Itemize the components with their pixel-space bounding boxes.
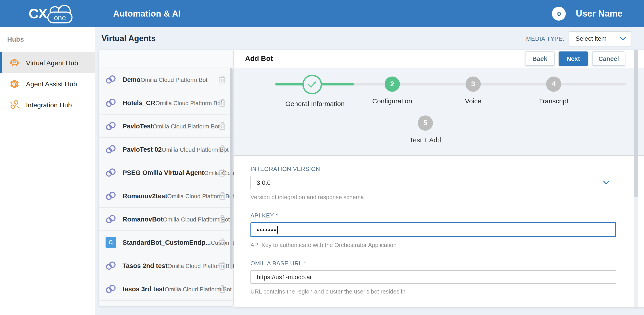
delete-bot-icon[interactable] [219, 98, 226, 107]
bot-list-item[interactable]: tasos 3rd testOmilia Cloud Platform Bot [99, 277, 233, 301]
bot-list-header [99, 50, 233, 68]
wizard-scrollbar-thumb[interactable] [634, 50, 638, 197]
delete-bot-icon[interactable] [219, 215, 226, 223]
step-test-add[interactable]: 5 Test + Add [398, 115, 452, 144]
step-transcript[interactable]: 4 Transcript [527, 77, 580, 105]
delete-bot-icon[interactable] [219, 261, 226, 270]
bot-list-item[interactable]: Romanov2testOmilia Cloud Platform Bot [99, 184, 233, 208]
api-key-helper: API Key to authenticate with the Orchest… [250, 242, 644, 248]
app-title: Automation & AI [113, 9, 181, 19]
agent-assist-hub-icon [9, 79, 20, 89]
delete-bot-icon[interactable] [219, 284, 226, 293]
bot-name: PSEG Omilia Virtual Agent [122, 169, 204, 176]
virtual-agent-hub-icon [9, 58, 20, 68]
omilia-cloud-icon [105, 259, 117, 272]
omilia-base-url-value: https://us1-m.ocp.ai [257, 273, 311, 280]
bot-list-item[interactable]: C StandardBot_CustomEndp...Custom Exchan… [99, 231, 233, 254]
cxone-logo-cloud-icon: one [44, 4, 76, 24]
delete-bot-icon[interactable] [219, 238, 226, 246]
custom-endpoint-icon: C [105, 236, 117, 248]
add-bot-panel: Add Bot Back Next Cancel General Informa… [234, 50, 644, 307]
bot-list-item[interactable]: Hotels_CROmilia Cloud Platform Bot [99, 91, 233, 115]
wizard-title: Add Bot [245, 55, 273, 63]
bot-type: Omilia Cloud Platform Bot [153, 123, 220, 130]
wizard-stepper: General Information 2 Configuration 3 Vo… [234, 68, 644, 156]
text-cursor [277, 226, 278, 234]
back-button[interactable]: Back [525, 52, 554, 66]
delete-bot-icon[interactable] [219, 145, 226, 153]
step-label: Test + Add [398, 136, 452, 144]
step-label: General Information [285, 100, 339, 107]
omilia-cloud-icon [105, 190, 117, 202]
sidebar: Hubs Virtual Agent Hub [0, 27, 95, 315]
bot-list-scrollbar[interactable] [230, 68, 232, 269]
api-key-masked-value: ••••••• [257, 226, 277, 233]
integration-version-select[interactable]: 3.0.0 [250, 176, 616, 189]
bot-list-item[interactable]: RomanovBotOmilia Cloud Platform Bot [99, 208, 233, 231]
chevron-down-icon [620, 37, 626, 41]
omilia-base-url-label: OMILIA BASE URL * [250, 260, 644, 267]
media-type-value: Select item [576, 35, 607, 42]
bot-name: PavloTest [122, 122, 153, 130]
sidebar-item-agent-assist-hub[interactable]: Agent Assist Hub [0, 73, 95, 94]
omilia-cloud-icon [105, 97, 117, 109]
sidebar-item-virtual-agent-hub[interactable]: Virtual Agent Hub [0, 52, 95, 73]
sidebar-section-label: Hubs [0, 27, 95, 43]
omilia-base-url-input[interactable]: https://us1-m.ocp.ai [250, 270, 616, 284]
omilia-cloud-icon [105, 283, 117, 295]
sidebar-item-label: Agent Assist Hub [26, 80, 77, 88]
step-configuration[interactable]: 2 Configuration [366, 77, 419, 105]
top-header: CX one Automation & AI 0 User Name [0, 0, 644, 27]
step-check-icon [302, 75, 322, 94]
step-label: Configuration [366, 97, 419, 105]
media-type-label: MEDIA TYPE: [526, 35, 564, 42]
omilia-cloud-icon [105, 166, 117, 179]
page-header-bar: Virtual Agents MEDIA TYPE: Select item [95, 27, 644, 50]
next-button[interactable]: Next [558, 52, 588, 66]
bot-list-item[interactable]: PSEG Omilia Virtual AgentOmilia Cloud Pl… [99, 161, 233, 184]
bot-name: Tasos 2nd test [122, 262, 168, 269]
bot-name: RomanovBot [122, 215, 163, 223]
configuration-form: INTEGRATION VERSION 3.0.0 Version of int… [234, 156, 644, 295]
bot-list-item[interactable]: PavloTestOmilia Cloud Platform Bot [99, 115, 233, 138]
avatar[interactable]: 0 [552, 7, 566, 21]
step-label: Transcript [527, 97, 580, 105]
bot-name: PavloTest 02 [122, 146, 162, 153]
api-key-label: API KEY * [250, 212, 644, 219]
bot-name: StandardBot_CustomEndp... [122, 239, 211, 246]
media-type-select[interactable]: Select item [569, 31, 631, 46]
svg-text:one: one [54, 14, 66, 22]
omilia-cloud-icon [105, 120, 117, 132]
step-voice[interactable]: 3 Voice [446, 77, 500, 105]
delete-bot-icon[interactable] [219, 168, 226, 177]
omilia-cloud-icon [105, 143, 117, 155]
bot-name: tasos 3rd test [122, 285, 165, 292]
app-window: CX one Automation & AI 0 User Name Hubs [0, 0, 644, 315]
bot-list-item[interactable]: PavloTest 02Omilia Cloud Platform Bot [99, 138, 233, 161]
step-label: Voice [446, 97, 500, 105]
api-key-input[interactable]: ••••••• [250, 222, 616, 237]
bot-name: Romanov2test [122, 192, 167, 199]
bot-list-item[interactable]: Tasos 2nd testOmilia Cloud Platform Bot [99, 254, 233, 277]
chevron-down-icon [603, 180, 610, 185]
integration-version-helper: Version of integration and response sche… [250, 194, 644, 200]
cxone-logo: CX one [28, 3, 76, 24]
omilia-cloud-icon [105, 213, 117, 225]
step-number: 4 [546, 77, 561, 92]
delete-bot-icon[interactable] [219, 122, 226, 130]
step-general-information[interactable]: General Information [285, 75, 339, 107]
bot-name: Hotels_CR [122, 99, 156, 106]
step-number: 5 [418, 115, 433, 131]
bot-type: Omilia Cloud Platform Bot [141, 76, 208, 83]
user-name[interactable]: User Name [576, 9, 622, 19]
delete-bot-icon[interactable] [219, 191, 226, 200]
sidebar-item-label: Virtual Agent Hub [26, 59, 78, 67]
cancel-button[interactable]: Cancel [592, 52, 625, 66]
sidebar-item-integration-hub[interactable]: Integration Hub [0, 94, 95, 115]
omilia-cloud-icon [105, 73, 117, 86]
bot-name: Demo [122, 76, 141, 83]
bot-list-item[interactable]: DemoOmilia Cloud Platform Bot [99, 68, 233, 91]
sidebar-item-label: Integration Hub [26, 101, 72, 109]
delete-bot-icon[interactable] [219, 75, 226, 84]
integration-version-label: INTEGRATION VERSION [250, 166, 644, 172]
